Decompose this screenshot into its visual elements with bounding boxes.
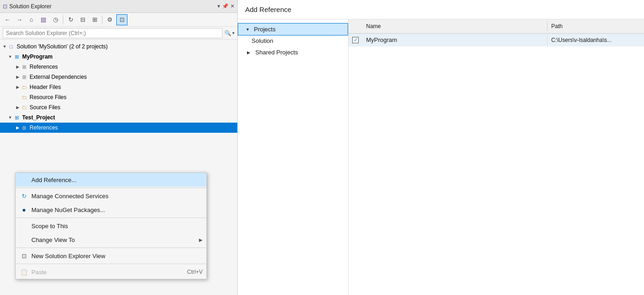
test-project-label: Test_Project [22, 114, 55, 121]
col-header-name: Name [362, 21, 547, 31]
ctx-change-view[interactable]: Change View To ▶ [16, 233, 206, 247]
toolbar-separator2 [102, 15, 102, 24]
row-name-myprogram: MyProgram [362, 34, 547, 46]
change-view-arrow-icon: ▶ [199, 237, 203, 242]
tree-item-header-files[interactable]: ▶ 🗀 Header Files [0, 82, 237, 92]
paste-icon: 📋 [19, 267, 29, 277]
add-reference-panel: Add Reference ▼ Projects Solution ▶ Shar… [238, 0, 644, 295]
header-files-icon: 🗀 [20, 83, 28, 91]
expand-arrow-test-refs: ▶ [15, 125, 20, 130]
nav-solution[interactable]: Solution [238, 35, 348, 46]
row-check-myprogram[interactable]: ✓ [349, 37, 362, 43]
vs-icon-button[interactable]: ▧ [38, 14, 49, 25]
references-icon: ⊞ [20, 63, 28, 71]
tree-item-external-deps[interactable]: ▶ ⊞ External Dependencies [0, 72, 237, 82]
header-files-label: Header Files [30, 84, 61, 90]
source-files-label: Source Files [30, 104, 60, 111]
ctx-separator-2 [16, 218, 206, 218]
project-icon-myprogram: ⊞ [13, 53, 20, 60]
expand-arrow-external: ▶ [15, 75, 20, 79]
home-button[interactable]: ⌂ [26, 14, 37, 25]
solution-icon: □ [7, 43, 15, 50]
add-reference-content: Name Path ✓ MyProgram C:\Users\v-lsaldan… [349, 19, 644, 295]
expand-arrow-test: ▼ [7, 115, 13, 120]
context-menu: Add Reference... ↻ Manage Connected Serv… [15, 172, 207, 279]
tree-item-myprogram[interactable]: ▼ ⊞ MyProgram [0, 52, 237, 62]
se-toolbar: ← → ⌂ ▧ ◷ ↻ ⊟ ⊞ ⚙ ⊡ [0, 13, 237, 27]
ctx-manage-connected-label: Manage Connected Services [31, 193, 203, 200]
settings-button[interactable]: ⚙ [104, 14, 115, 25]
dropdown-arrow-icon[interactable]: ▾ [217, 3, 220, 9]
expand-arrow-references: ▶ [15, 65, 20, 69]
nav-projects[interactable]: ▼ Projects [238, 23, 348, 35]
myprogram-label: MyProgram [22, 53, 53, 60]
manage-connected-icon: ↻ [19, 191, 29, 201]
ctx-new-solution-label: New Solution Explorer View [31, 253, 203, 260]
tree-item-solution[interactable]: ▼ □ Solution 'MySolution' (2 of 2 projec… [0, 41, 237, 52]
ctx-manage-connected[interactable]: ↻ Manage Connected Services [16, 189, 206, 203]
solution-label: Solution 'MySolution' (2 of 2 projects) [17, 43, 108, 50]
expand-arrow-source: ▶ [15, 105, 20, 110]
change-view-icon [19, 235, 29, 244]
col-header-path: Path [547, 21, 644, 31]
ctx-separator-1 [16, 188, 206, 188]
se-title: ⊡ Solution Explorer [3, 3, 51, 10]
ctx-separator-3 [16, 248, 206, 248]
se-search-bar: 🔍 ▾ [0, 27, 237, 40]
tree-item-resource-files[interactable]: ▶ 🗀 Resource Files [0, 92, 237, 102]
se-titlebar: ⊡ Solution Explorer ▾ 📌 ✕ [0, 0, 237, 13]
add-reference-body: ▼ Projects Solution ▶ Shared Projects Na… [238, 19, 644, 295]
new-solution-view-icon: ⊡ [19, 251, 29, 260]
tree-item-references[interactable]: ▶ ⊞ References [0, 62, 237, 72]
forward-button[interactable]: → [14, 14, 25, 25]
add-reference-header: Add Reference [238, 0, 644, 19]
nav-solution-label: Solution [252, 37, 273, 44]
references-label: References [30, 64, 58, 70]
ctx-separator-4 [16, 264, 206, 264]
collapse-button[interactable]: ⊟ [77, 14, 88, 25]
nuget-icon: ● [19, 205, 29, 214]
refresh-button[interactable]: ↻ [65, 14, 76, 25]
toolbar-separator1 [63, 15, 63, 24]
add-reference-icon [19, 175, 29, 184]
tree-item-test-references[interactable]: ▶ ⊞ References [0, 123, 237, 133]
solution-explorer-icon: ⊡ [3, 3, 7, 10]
ctx-scope-label: Scope to This [31, 223, 203, 230]
checkbox-myprogram[interactable]: ✓ [352, 37, 359, 43]
solution-explorer-title: Solution Explorer [9, 3, 51, 10]
expand-button[interactable]: ⊞ [89, 14, 100, 25]
ctx-manage-nuget[interactable]: ● Manage NuGet Packages... [16, 203, 206, 217]
external-deps-label: External Dependencies [30, 74, 87, 80]
add-reference-title: Add Reference [245, 6, 291, 13]
nav-shared-projects[interactable]: ▶ Shared Projects [238, 46, 348, 59]
ctx-new-solution-view[interactable]: ⊡ New Solution Explorer View [16, 249, 206, 263]
search-dropdown-icon[interactable]: ▾ [232, 30, 235, 35]
history-button[interactable]: ◷ [50, 14, 61, 25]
scope-icon [19, 221, 29, 230]
nav-shared-expand-icon: ▶ [247, 50, 253, 55]
tree-item-source-files[interactable]: ▶ 🗀 Source Files [0, 102, 237, 112]
ctx-add-reference-label: Add Reference... [31, 177, 203, 183]
expand-arrow-header: ▶ [15, 85, 20, 89]
back-button[interactable]: ← [2, 14, 13, 25]
ar-table-header: Name Path [349, 19, 644, 34]
active-button[interactable]: ⊡ [116, 14, 127, 25]
resource-files-icon: 🗀 [20, 94, 28, 101]
search-icon[interactable]: 🔍 [224, 30, 231, 36]
test-references-label: References [30, 124, 58, 131]
ctx-paste-label: Paste [31, 269, 187, 276]
ctx-add-reference[interactable]: Add Reference... [16, 173, 206, 187]
search-input[interactable] [3, 28, 223, 38]
close-icon[interactable]: ✕ [230, 3, 235, 9]
tree-item-test-project[interactable]: ▼ ⊞ Test_Project [0, 112, 237, 123]
resource-files-label: Resource Files [30, 94, 66, 100]
ctx-paste[interactable]: 📋 Paste Ctrl+V [16, 265, 206, 279]
row-path-myprogram: C:\Users\v-lsaldanha\s... [547, 34, 644, 46]
source-files-icon: 🗀 [20, 104, 28, 111]
ctx-scope-to-this[interactable]: Scope to This [16, 219, 206, 233]
ar-table-row-myprogram[interactable]: ✓ MyProgram C:\Users\v-lsaldanha\s... [349, 34, 644, 47]
nav-shared-label: Shared Projects [255, 49, 298, 56]
ctx-paste-shortcut: Ctrl+V [187, 269, 203, 275]
pin-icon[interactable]: 📌 [222, 3, 229, 9]
add-reference-sidebar: ▼ Projects Solution ▶ Shared Projects [238, 19, 349, 295]
